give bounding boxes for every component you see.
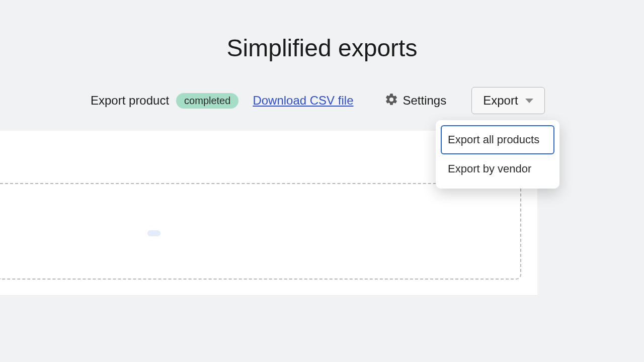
gear-icon [384, 93, 398, 109]
chevron-down-icon [525, 99, 533, 103]
settings-label: Settings [403, 94, 446, 108]
download-csv-link[interactable]: Download CSV file [253, 94, 353, 108]
export-product-label: Export product [91, 94, 169, 108]
settings-button[interactable]: Settings [384, 93, 446, 109]
placeholder-pill [147, 230, 160, 236]
dropdown-item-export-all[interactable]: Export all products [441, 125, 554, 154]
export-button[interactable]: Export [471, 87, 544, 114]
dropdown-item-export-vendor[interactable]: Export by vendor [441, 154, 554, 184]
export-dropdown: Export all products Export by vendor [436, 120, 559, 189]
divider [0, 296, 537, 296]
status-badge: completed [176, 93, 238, 109]
dropzone-area[interactable] [0, 183, 521, 280]
page-title: Simplified exports [0, 0, 644, 87]
export-button-label: Export [483, 94, 518, 108]
toolbar: Export product completed Download CSV fi… [0, 87, 644, 114]
